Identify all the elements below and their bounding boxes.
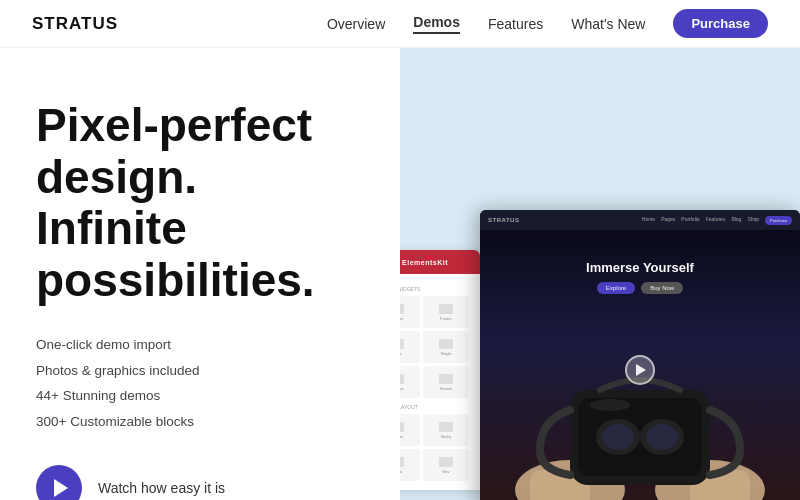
browser-play-button[interactable] <box>625 355 655 385</box>
browser-btn-row: Explore Buy Now <box>480 282 800 294</box>
feature-item: One-click demo import <box>36 332 364 358</box>
ui-panel-item: Search <box>423 366 469 398</box>
play-icon <box>54 479 68 497</box>
ui-panel: ElementsKit Layout Widgets Header Footer <box>400 250 480 490</box>
vr-headset-svg <box>510 310 770 500</box>
svg-point-10 <box>590 399 630 411</box>
hero-title: Pixel-perfect design. Infinite possibili… <box>36 100 364 306</box>
main-content: Pixel-perfect design. Infinite possibili… <box>0 48 800 500</box>
left-panel: Pixel-perfect design. Infinite possibili… <box>0 48 400 500</box>
browser-explore-btn: Explore <box>597 282 635 294</box>
play-button[interactable] <box>36 465 82 500</box>
svg-point-8 <box>602 424 634 450</box>
browser-buy-btn: Buy Now <box>641 282 683 294</box>
ui-panel-item: Footer <box>423 296 469 328</box>
ui-panel-item: Single <box>423 331 469 363</box>
site-logo: STRATUS <box>32 14 118 34</box>
nav-link-features[interactable]: Features <box>488 16 543 32</box>
ui-panel-body: Layout Widgets Header Footer Page <box>400 274 480 487</box>
purchase-button[interactable]: Purchase <box>673 9 768 38</box>
feature-item: 300+ Customizable blocks <box>36 409 364 435</box>
nav-link-overview[interactable]: Overview <box>327 16 385 32</box>
feature-item: Photos & graphics included <box>36 358 364 384</box>
demo-container: ElementsKit Layout Widgets Header Footer <box>400 210 800 500</box>
svg-point-9 <box>646 424 678 450</box>
nav-links: Overview Demos Features What's New Purch… <box>327 9 768 38</box>
nav-link-whats-new[interactable]: What's New <box>571 16 645 32</box>
ui-panel-item: Archive <box>400 366 420 398</box>
feature-item: 44+ Stunning demos <box>36 383 364 409</box>
watch-label: Watch how easy it is <box>98 480 225 496</box>
browser-logo: STRATUS <box>488 217 519 223</box>
vr-scene <box>480 310 800 500</box>
ui-panel-header: ElementsKit <box>400 250 480 274</box>
ui-panel-logo: ElementsKit <box>402 259 448 266</box>
navbar: STRATUS Overview Demos Features What's N… <box>0 0 800 48</box>
ui-panel-item: Sticky <box>423 414 469 446</box>
ui-panel-item: Header <box>400 414 420 446</box>
browser-play-icon <box>636 364 646 376</box>
ui-panel-item: Nav <box>423 449 469 481</box>
watch-row: Watch how easy it is <box>36 465 364 500</box>
browser-hero-text: Immerse Yourself <box>480 260 800 275</box>
browser-bar: STRATUS Home Pages Portfolio Features Bl… <box>480 210 800 230</box>
browser-nav-links: Home Pages Portfolio Features Blog Shop … <box>642 216 792 225</box>
features-list: One-click demo import Photos & graphics … <box>36 332 364 435</box>
browser-content: Immerse Yourself Explore Buy Now <box>480 230 800 500</box>
ui-panel-item: Header <box>400 296 420 328</box>
nav-link-demos[interactable]: Demos <box>413 14 460 34</box>
ui-panel-item: Page <box>400 331 420 363</box>
right-panel: ElementsKit Layout Widgets Header Footer <box>400 48 800 500</box>
ui-panel-item: Mega <box>400 449 420 481</box>
browser-mockup: STRATUS Home Pages Portfolio Features Bl… <box>480 210 800 500</box>
